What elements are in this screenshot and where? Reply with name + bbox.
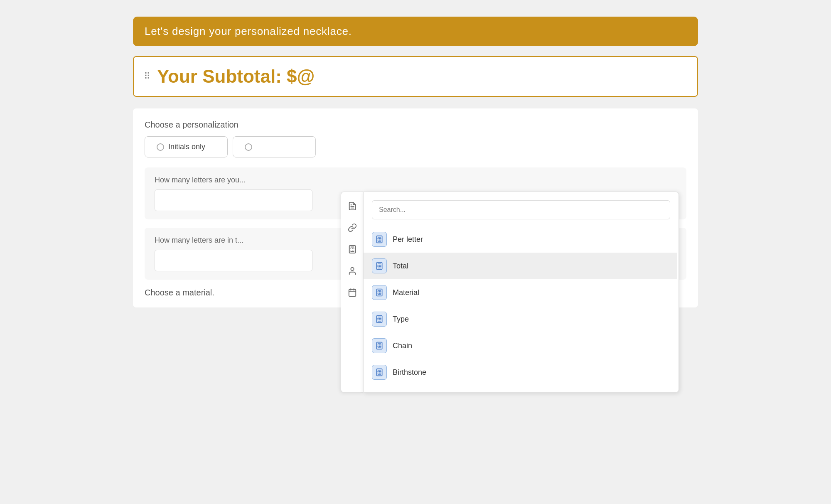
page-wrapper: Let's design your personalized necklace.…	[133, 17, 698, 307]
dropdown-item-per-letter[interactable]: Per letter	[364, 226, 677, 253]
dropdown-item-material[interactable]: Material	[364, 279, 677, 306]
dropdown-item-type[interactable]: Type	[364, 306, 677, 332]
item-icon-birthstone	[372, 365, 387, 380]
radio-circle-initials	[157, 143, 164, 151]
item-icon-per-letter	[372, 232, 387, 247]
sidebar-user-btn[interactable]	[341, 261, 364, 283]
link-icon	[348, 223, 357, 234]
radio-initials-label: Initials only	[168, 143, 205, 151]
dropdown-item-label-birthstone: Birthstone	[393, 368, 426, 377]
svg-rect-12	[349, 289, 356, 296]
dropdown-item-label-total: Total	[393, 262, 408, 270]
radio-initials[interactable]: Initials only	[145, 136, 228, 157]
item-icon-total	[372, 258, 387, 273]
user-icon	[348, 266, 357, 278]
letter-count-1-label: How many letters are you...	[155, 176, 676, 184]
calendar-icon	[348, 288, 357, 299]
personalization-label: Choose a personalization	[145, 120, 686, 130]
subtotal-box: ⠿ Your Subtotal: $@	[133, 56, 698, 97]
dropdown-item-total[interactable]: Total	[364, 253, 677, 279]
svg-rect-2	[349, 245, 356, 253]
search-input[interactable]	[372, 200, 670, 219]
dropdown-item-chain[interactable]: Chain	[364, 332, 677, 359]
dropdown-item-label-per-letter: Per letter	[393, 235, 423, 244]
sidebar-calculator-btn[interactable]	[341, 239, 364, 261]
item-icon-chain	[372, 338, 387, 353]
svg-point-11	[351, 267, 354, 270]
item-icon-material	[372, 285, 387, 300]
banner: Let's design your personalized necklace.	[133, 17, 698, 46]
sidebar-document-btn[interactable]	[341, 196, 364, 218]
item-icon-type	[372, 312, 387, 327]
subtotal-text: Your Subtotal: $@	[157, 66, 315, 87]
search-container	[364, 200, 679, 226]
radio-row: Initials only	[145, 136, 686, 157]
dropdown-scroll-area[interactable]: Per letter Total Material	[364, 226, 679, 386]
main-content: Choose a personalization Initials only H…	[133, 108, 698, 307]
dropdown-item-label-chain: Chain	[393, 342, 412, 350]
radio-circle-name	[245, 143, 252, 151]
calculator-icon	[348, 245, 357, 256]
banner-text: Let's design your personalized necklace.	[145, 25, 352, 37]
dropdown-item-label-type: Type	[393, 315, 409, 324]
letter-count-2-input[interactable]	[155, 250, 312, 271]
dropdown-overlay: Per letter Total Material	[341, 192, 679, 393]
document-icon	[348, 202, 357, 213]
dropdown-item-birthstone[interactable]: Birthstone	[364, 359, 677, 386]
radio-name[interactable]	[233, 136, 316, 157]
dropdown-item-label-material: Material	[393, 288, 419, 297]
letter-count-1-input[interactable]	[155, 189, 312, 211]
dropdown-panel: Per letter Total Material	[363, 192, 679, 393]
drag-handle-icon[interactable]: ⠿	[144, 71, 150, 82]
sidebar-link-btn[interactable]	[341, 218, 364, 239]
sidebar-icons-panel	[341, 192, 363, 393]
sidebar-calendar-btn[interactable]	[341, 283, 364, 304]
